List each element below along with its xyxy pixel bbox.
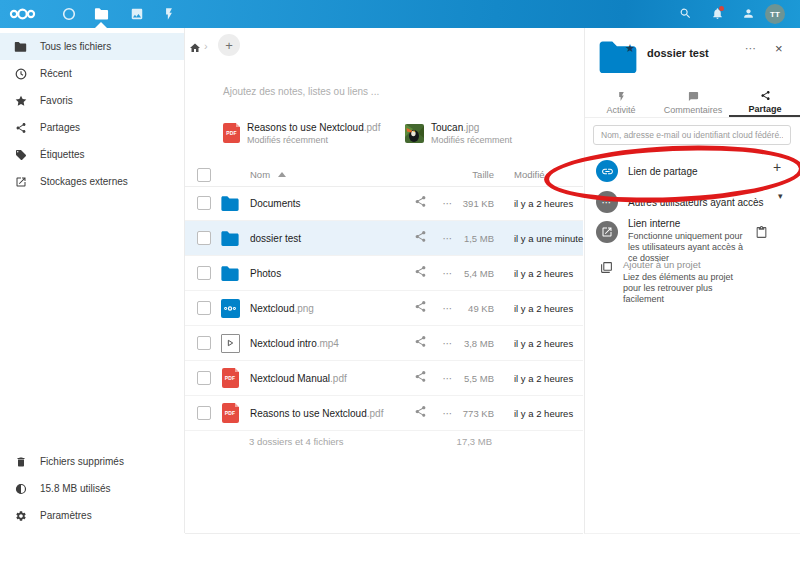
- sort-ascending-icon: [278, 172, 286, 177]
- tab-activity[interactable]: Activité: [585, 88, 657, 117]
- row-share-icon[interactable]: [414, 405, 430, 421]
- more-users-icon: ⋯: [596, 191, 618, 213]
- row-actions-icon[interactable]: ⋯: [440, 373, 456, 384]
- files-app-icon[interactable]: [94, 7, 108, 21]
- gear-icon: [14, 509, 27, 522]
- image-file-icon: [220, 298, 240, 318]
- sidebar-item-external-storage[interactable]: Stockages externes: [0, 168, 184, 195]
- activity-app-icon[interactable]: [162, 7, 176, 21]
- add-share-link-icon[interactable]: +: [773, 159, 781, 175]
- sidebar-item-label: Partages: [40, 122, 80, 133]
- row-checkbox[interactable]: [197, 301, 211, 315]
- storage-quota-icon: [14, 482, 27, 495]
- share-link-row[interactable]: Lien de partage +: [585, 156, 800, 186]
- favorite-star-icon[interactable]: ★: [625, 42, 635, 55]
- column-name[interactable]: Nom: [250, 169, 390, 180]
- sidebar-item-storage-quota[interactable]: 15.8 MB utilisés: [0, 475, 184, 502]
- sidebar-item-label: Récent: [40, 68, 72, 79]
- folder-icon: [220, 228, 240, 248]
- recommended-file-card[interactable]: PDF Reasons to use Nextcloud.pdf Modifié…: [223, 118, 380, 148]
- expand-caret-icon[interactable]: ▾: [778, 191, 783, 201]
- home-breadcrumb-icon[interactable]: [189, 42, 201, 54]
- share-search-input[interactable]: [593, 125, 791, 145]
- tab-comments[interactable]: Commentaires: [657, 88, 729, 117]
- row-share-icon[interactable]: [414, 300, 430, 316]
- close-icon[interactable]: ×: [775, 41, 783, 56]
- folder-icon: [220, 263, 240, 283]
- pdf-file-icon: PDF: [223, 123, 240, 143]
- row-actions-icon[interactable]: ⋯: [440, 408, 456, 419]
- column-modified[interactable]: Modifié: [514, 169, 574, 180]
- comment-icon: [688, 91, 699, 102]
- dashboard-app-icon[interactable]: [62, 7, 76, 21]
- add-to-project-title: Ajouter à un projet: [623, 259, 753, 270]
- row-actions-icon[interactable]: ⋯: [440, 198, 456, 209]
- sidebar-item-recent[interactable]: Récent: [0, 60, 184, 87]
- sidebar-item-label: Paramètres: [40, 510, 92, 521]
- recommendation-status: Modifiés récemment: [431, 135, 512, 145]
- file-row-dossier-test[interactable]: dossier test ⋯ 1,5 MB il y a une minute: [185, 221, 583, 256]
- trash-icon: [14, 455, 27, 468]
- add-to-project-row[interactable]: Ajouter à un projet Liez des éléments au…: [585, 259, 800, 305]
- row-share-icon[interactable]: [414, 265, 430, 281]
- sidebar-item-favorites[interactable]: Favoris: [0, 87, 184, 114]
- column-size[interactable]: Taille: [456, 169, 494, 180]
- row-actions-icon[interactable]: ⋯: [440, 233, 456, 244]
- sidebar: Tous les fichiers Récent Favoris Partage…: [0, 28, 185, 533]
- video-file-icon: [220, 333, 240, 353]
- row-checkbox[interactable]: [197, 336, 211, 350]
- sidebar-item-deleted-files[interactable]: Fichiers supprimés: [0, 448, 184, 475]
- row-share-icon[interactable]: [414, 335, 430, 351]
- file-row-nextcloud-manual[interactable]: PDF Nextcloud Manual.pdf ⋯ 5,5 MB il y a…: [185, 361, 583, 396]
- details-panel: ★ dossier test ⋯ × Activité Commentaires…: [584, 28, 800, 534]
- workspace-notes-placeholder[interactable]: Ajoutez des notes, listes ou liens ...: [223, 86, 379, 97]
- row-checkbox[interactable]: [197, 231, 211, 245]
- row-actions-icon[interactable]: ⋯: [440, 303, 456, 314]
- link-icon: [596, 160, 618, 182]
- file-list-area: › + Ajoutez des notes, listes ou liens .…: [185, 28, 583, 534]
- select-all-checkbox[interactable]: [197, 168, 211, 182]
- sidebar-item-all-files[interactable]: Tous les fichiers: [0, 33, 184, 60]
- copy-to-clipboard-icon[interactable]: [755, 226, 768, 239]
- new-file-button[interactable]: +: [218, 34, 240, 56]
- top-bar: TT: [0, 0, 800, 28]
- search-icon[interactable]: [679, 7, 693, 21]
- recommended-file-card[interactable]: Toucan.jpg Modifiés récemment: [405, 118, 512, 148]
- row-checkbox[interactable]: [197, 371, 211, 385]
- file-row-nextcloud-intro[interactable]: Nextcloud intro.mp4 ⋯ 3,8 MB il y a 2 he…: [185, 326, 583, 361]
- others-with-access-label: Autres utilisateurs ayant accès: [628, 197, 764, 208]
- row-share-icon[interactable]: [414, 370, 430, 386]
- others-with-access-row[interactable]: ⋯ Autres utilisateurs ayant accès ▾: [585, 189, 800, 215]
- row-share-icon[interactable]: [414, 230, 430, 246]
- row-checkbox[interactable]: [197, 266, 211, 280]
- row-actions-icon[interactable]: ⋯: [440, 338, 456, 349]
- internal-link-icon: [596, 221, 618, 243]
- row-checkbox[interactable]: [197, 406, 211, 420]
- folder-icon: [14, 40, 27, 53]
- share-link-label: Lien de partage: [628, 166, 698, 177]
- sidebar-item-tags[interactable]: Étiquettes: [0, 141, 184, 168]
- summary-total-size: 17,3 MB: [457, 436, 492, 447]
- photos-app-icon[interactable]: [130, 7, 144, 21]
- share-icon: [14, 121, 27, 134]
- row-checkbox[interactable]: [197, 196, 211, 210]
- avatar[interactable]: TT: [765, 4, 785, 24]
- file-row-documents[interactable]: Documents ⋯ 391 KB il y a 2 heures: [185, 186, 583, 221]
- sidebar-item-settings[interactable]: Paramètres: [0, 502, 184, 529]
- tab-sharing[interactable]: Partage: [729, 88, 800, 117]
- file-row-nextcloud-png[interactable]: Nextcloud.png ⋯ 49 KB il y a 2 heures: [185, 291, 583, 326]
- star-icon: [14, 94, 27, 107]
- file-row-photos[interactable]: Photos ⋯ 5,4 MB il y a 2 heures: [185, 256, 583, 291]
- sidebar-item-shares[interactable]: Partages: [0, 114, 184, 141]
- nextcloud-logo-icon[interactable]: [9, 7, 36, 21]
- contacts-icon[interactable]: [742, 7, 756, 21]
- row-actions-icon[interactable]: ⋯: [440, 268, 456, 279]
- panel-actions-icon[interactable]: ⋯: [745, 42, 757, 55]
- sidebar-item-label: 15.8 MB utilisés: [40, 483, 111, 494]
- activity-icon: [616, 91, 627, 102]
- project-icon: [600, 261, 613, 274]
- row-share-icon[interactable]: [414, 195, 430, 211]
- panel-title: dossier test: [647, 47, 709, 59]
- internal-link-row[interactable]: Lien interne Fonctionne uniquement pour …: [585, 218, 800, 264]
- notification-dot: [719, 6, 724, 11]
